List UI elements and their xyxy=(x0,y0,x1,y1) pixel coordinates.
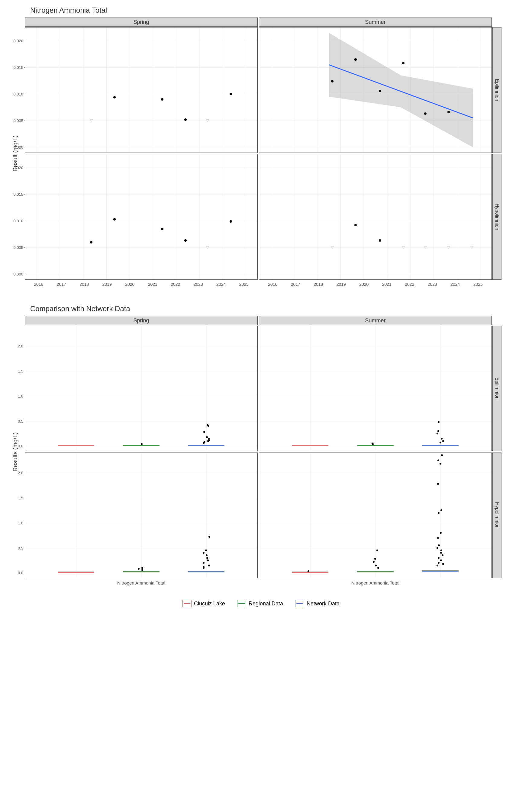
svg-marker-0 xyxy=(329,33,473,147)
chart1-title: Nitrogen Ammonia Total xyxy=(30,6,516,15)
legend-item-network: Network Data xyxy=(295,600,340,607)
boxpanel-spring-hypolimnion: 0.00.51.01.52.0 xyxy=(25,452,258,578)
x-ticks-summer: 2016201720182019202020212022202320242025 xyxy=(258,280,493,292)
panel-summer-epilimnion xyxy=(259,27,492,153)
row-header-hypolimnion-2: Hypolimnion xyxy=(493,452,501,578)
row-header-epilimnion: Epilimnion xyxy=(493,27,501,153)
scatter-facet-grid: Spring Summer Result (mg/L) 0.0000.0050.… xyxy=(6,18,501,292)
legend-label-network: Network Data xyxy=(307,601,340,607)
row-header-hypolimnion: Hypolimnion xyxy=(493,154,501,280)
col-header-summer-2: Summer xyxy=(259,316,492,325)
boxpanel-spring-epilimnion: 0.00.51.01.52.0 xyxy=(25,326,258,451)
x-ticks-spring: 2016201720182019202020212022202320242025 xyxy=(24,280,258,292)
panel-spring-epilimnion: 0.0000.0050.0100.0150.020 xyxy=(25,27,258,153)
panel-spring-hypolimnion: 0.0000.0050.0100.0150.020 xyxy=(25,154,258,280)
legend-swatch-red xyxy=(182,600,192,607)
legend-item-cluculz: Cluculz Lake xyxy=(182,600,225,607)
row-header-epilimnion-2: Epilimnion xyxy=(493,326,501,451)
legend-label-regional: Regional Data xyxy=(248,601,283,607)
col-header-spring: Spring xyxy=(25,18,258,26)
legend-item-regional: Regional Data xyxy=(237,600,283,607)
box-facet-grid: Spring Summer Results (mg/L) 0.00.51.01.… xyxy=(6,316,501,591)
legend-label-cluculz: Cluculz Lake xyxy=(194,601,225,607)
boxpanel-summer-epilimnion xyxy=(259,326,492,451)
boxpanel-summer-hypolimnion xyxy=(259,452,492,578)
x-cat-1: Nitrogen Ammonia Total xyxy=(24,579,258,591)
x-cat-2: Nitrogen Ammonia Total xyxy=(258,579,493,591)
panel-summer-hypolimnion xyxy=(259,154,492,280)
col-header-summer: Summer xyxy=(259,18,492,26)
legend-swatch-green xyxy=(237,600,246,607)
col-header-spring-2: Spring xyxy=(25,316,258,325)
legend: Cluculz Lake Regional Data Network Data xyxy=(6,600,516,607)
legend-swatch-blue xyxy=(295,600,304,607)
chart2-title: Comparison with Network Data xyxy=(30,304,516,313)
